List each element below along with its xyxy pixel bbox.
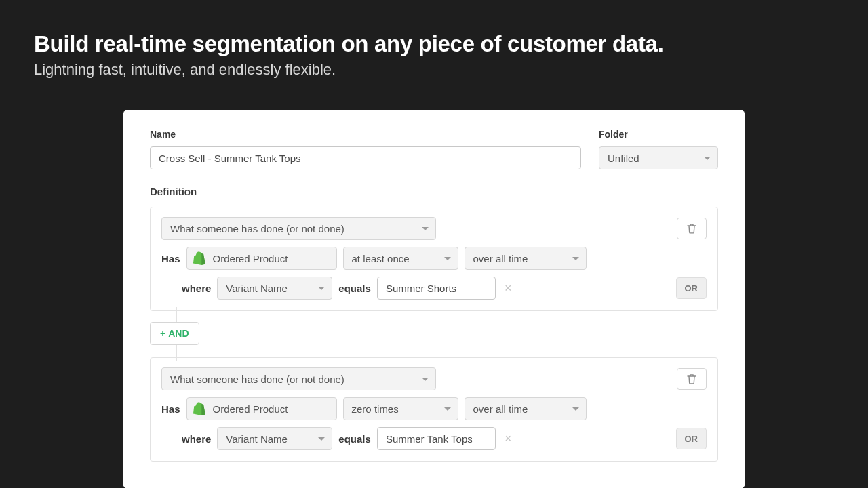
folder-select-value: Unfiled bbox=[608, 152, 639, 164]
operator-label: equals bbox=[338, 283, 371, 294]
shopify-icon bbox=[193, 251, 208, 266]
condition-type-select[interactable]: What someone has done (or not done) bbox=[161, 217, 436, 240]
property-select[interactable]: Variant Name bbox=[217, 427, 332, 450]
and-label: AND bbox=[168, 328, 189, 339]
chevron-down-icon bbox=[318, 437, 325, 441]
filter-value-input[interactable] bbox=[377, 277, 496, 300]
chevron-down-icon bbox=[704, 157, 711, 160]
frequency-value: at least once bbox=[352, 253, 410, 264]
frequency-value: zero times bbox=[352, 403, 399, 415]
name-label: Name bbox=[150, 129, 581, 140]
where-label: where bbox=[182, 433, 211, 445]
chevron-down-icon bbox=[422, 378, 429, 381]
chevron-down-icon bbox=[318, 287, 325, 290]
hero-subhead: Lightning fast, intuitive, and endlessly… bbox=[34, 61, 834, 79]
frequency-select[interactable]: zero times bbox=[343, 397, 458, 420]
timeframe-select[interactable]: over all time bbox=[465, 247, 587, 270]
remove-filter-button[interactable]: × bbox=[502, 432, 515, 446]
chevron-down-icon bbox=[444, 257, 451, 260]
condition-type-value: What someone has done (or not done) bbox=[170, 373, 344, 385]
folder-select[interactable]: Unfiled bbox=[599, 146, 718, 169]
folder-label: Folder bbox=[599, 129, 718, 140]
chevron-down-icon bbox=[572, 257, 579, 260]
has-label: Has bbox=[161, 403, 180, 415]
condition-type-select[interactable]: What someone has done (or not done) bbox=[161, 367, 436, 390]
event-select[interactable]: Ordered Product bbox=[186, 247, 337, 270]
timeframe-value: over all time bbox=[473, 403, 528, 415]
close-icon: × bbox=[505, 281, 512, 295]
segment-builder-card: Name Folder Unfiled Definition What some… bbox=[123, 110, 745, 488]
where-label: where bbox=[182, 283, 211, 294]
operator-label: equals bbox=[338, 433, 371, 445]
shopify-icon bbox=[193, 401, 208, 416]
trash-icon bbox=[687, 373, 696, 384]
property-value: Variant Name bbox=[226, 433, 288, 445]
condition-type-value: What someone has done (or not done) bbox=[170, 223, 344, 235]
chevron-down-icon bbox=[444, 407, 451, 411]
chevron-down-icon bbox=[422, 227, 429, 230]
or-button[interactable]: OR bbox=[676, 277, 707, 299]
hero-headline: Build real-time segmentation on any piec… bbox=[34, 31, 834, 57]
filter-value-input[interactable] bbox=[377, 427, 496, 450]
remove-filter-button[interactable]: × bbox=[502, 281, 515, 296]
trash-icon bbox=[687, 223, 696, 234]
add-and-button[interactable]: + AND bbox=[150, 322, 199, 345]
segment-name-input[interactable] bbox=[150, 146, 581, 169]
frequency-select[interactable]: at least once bbox=[343, 247, 458, 270]
timeframe-select[interactable]: over all time bbox=[465, 397, 587, 420]
or-button[interactable]: OR bbox=[676, 428, 707, 449]
delete-rule-button[interactable] bbox=[677, 218, 707, 239]
delete-rule-button[interactable] bbox=[677, 368, 707, 390]
has-label: Has bbox=[161, 253, 180, 264]
close-icon: × bbox=[505, 432, 512, 445]
timeframe-value: over all time bbox=[473, 253, 528, 264]
event-value: Ordered Product bbox=[213, 403, 288, 415]
rule-block: What someone has done (or not done) Has … bbox=[150, 357, 718, 462]
property-value: Variant Name bbox=[226, 283, 288, 294]
event-select[interactable]: Ordered Product bbox=[186, 397, 337, 420]
event-value: Ordered Product bbox=[213, 253, 288, 264]
plus-icon: + bbox=[160, 328, 165, 339]
rule-block: What someone has done (or not done) Has … bbox=[150, 207, 718, 311]
chevron-down-icon bbox=[572, 407, 579, 411]
property-select[interactable]: Variant Name bbox=[217, 277, 332, 300]
definition-label: Definition bbox=[150, 186, 718, 197]
